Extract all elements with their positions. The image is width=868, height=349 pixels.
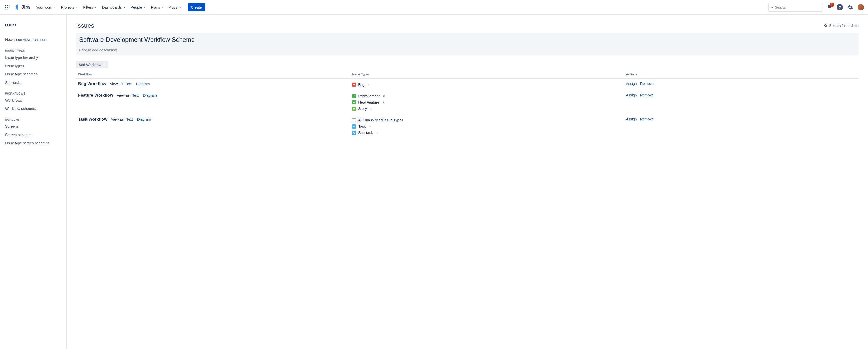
remove-link[interactable]: Remove: [640, 93, 654, 97]
sidebar-link-screens[interactable]: Screens: [2, 122, 64, 131]
gear-icon: [847, 4, 853, 10]
admin-search-link[interactable]: Search Jira admin: [824, 24, 859, 28]
nav-item-label: Filters: [83, 5, 93, 9]
nav-item-label: Apps: [169, 5, 178, 9]
nav-item-label: People: [131, 5, 142, 9]
svg-point-11: [825, 24, 827, 26]
nav-item-label: Your work: [36, 5, 52, 9]
issue-type-label: Story: [358, 106, 367, 111]
issue-type-label: Sub-task: [358, 131, 373, 135]
sidebar-link-sub-tasks[interactable]: Sub-tasks: [2, 78, 64, 87]
sidebar-link-issue-types[interactable]: Issue types: [2, 62, 64, 70]
sidebar-link-workflow-schemes[interactable]: Workflow schemes: [2, 104, 64, 113]
svg-point-2: [9, 5, 9, 6]
task-icon: [352, 124, 356, 129]
scheme-description[interactable]: Click to add description: [76, 46, 859, 55]
col-actions: Actions: [624, 70, 859, 78]
workflow-name: Bug Workflow: [78, 82, 106, 86]
jira-logo[interactable]: Jira: [12, 3, 32, 11]
svg-point-7: [7, 9, 7, 9]
assign-link[interactable]: Assign: [626, 82, 637, 86]
remove-issue-type-icon[interactable]: ×: [367, 83, 371, 87]
nav-item-projects[interactable]: Projects: [59, 3, 81, 11]
chevron-down-icon: [94, 6, 97, 9]
view-diagram-link[interactable]: Diagram: [143, 93, 157, 97]
add-workflow-button[interactable]: Add Workflow: [76, 61, 108, 68]
sidebar-link-screen-schemes[interactable]: Screen schemes: [2, 131, 64, 139]
svg-line-10: [772, 7, 773, 8]
svg-point-9: [771, 6, 773, 8]
sidebar-group-label: ISSUE TYPES: [2, 44, 64, 53]
issue-type-label: Improvement: [358, 94, 380, 98]
newfeature-icon: [352, 100, 356, 104]
issue-type-row: Story×: [352, 105, 622, 112]
nav-item-label: Plans: [151, 5, 160, 9]
table-row: Task WorkflowView as:TextDiagramAll Unas…: [76, 115, 859, 138]
global-search[interactable]: [768, 3, 823, 12]
svg-point-6: [5, 9, 6, 9]
issue-type-label: Bug: [358, 83, 365, 87]
view-as-label: View as:: [110, 82, 124, 86]
remove-link[interactable]: Remove: [640, 117, 654, 121]
view-text-link[interactable]: Text: [132, 93, 139, 97]
svg-line-12: [827, 26, 827, 27]
improvement-icon: [352, 94, 356, 98]
story-icon: [352, 106, 356, 111]
view-as-label: View as:: [111, 117, 125, 122]
view-diagram-link[interactable]: Diagram: [136, 82, 150, 86]
nav-item-people[interactable]: People: [129, 3, 148, 11]
remove-issue-type-icon[interactable]: ×: [369, 106, 373, 111]
sidebar-title: Issues: [2, 21, 64, 29]
svg-point-4: [7, 7, 7, 7]
nav-item-apps[interactable]: Apps: [167, 3, 184, 11]
nav-item-your-work[interactable]: Your work: [34, 3, 59, 11]
table-row: Bug WorkflowView as:TextDiagramBug×Assig…: [76, 78, 859, 90]
issue-type-label: All Unassigned Issue Types: [358, 118, 403, 122]
notifications-button[interactable]: 2: [825, 3, 834, 11]
issue-type-row: All Unassigned Issue Types: [352, 117, 622, 123]
remove-issue-type-icon[interactable]: ×: [382, 94, 386, 98]
scheme-title[interactable]: Software Development Workflow Scheme: [76, 33, 859, 46]
view-diagram-link[interactable]: Diagram: [137, 117, 151, 122]
issue-type-label: Task: [358, 124, 366, 129]
assign-link[interactable]: Assign: [626, 93, 637, 97]
sidebar-link-new-issue-view-transition[interactable]: New issue view transition: [2, 35, 64, 44]
chevron-down-icon: [161, 6, 164, 9]
sidebar-group-label: SCREENS: [2, 113, 64, 122]
view-text-link[interactable]: Text: [126, 117, 133, 122]
chevron-down-icon: [143, 6, 146, 9]
create-button[interactable]: Create: [188, 3, 205, 11]
sidebar-link-issue-type-schemes[interactable]: Issue type schemes: [2, 70, 64, 78]
svg-rect-15: [354, 133, 355, 134]
sidebar-link-issue-type-hierarchy[interactable]: Issue type hierarchy: [2, 53, 64, 62]
remove-issue-type-icon[interactable]: ×: [368, 124, 372, 129]
sidebar-link-workflows[interactable]: Workflows: [2, 96, 64, 104]
issue-type-row: Sub-task×: [352, 130, 622, 136]
table-row: Feature WorkflowView as:TextDiagramImpro…: [76, 90, 859, 115]
profile-button[interactable]: [857, 3, 865, 11]
view-as-label: View as:: [117, 93, 131, 97]
remove-link[interactable]: Remove: [640, 82, 654, 86]
svg-point-1: [7, 5, 7, 6]
settings-button[interactable]: [846, 3, 855, 11]
nav-item-plans[interactable]: Plans: [149, 3, 166, 11]
remove-issue-type-icon[interactable]: ×: [381, 100, 385, 104]
issue-type-row: Task×: [352, 123, 622, 130]
search-icon: [771, 5, 773, 9]
chevron-down-icon: [103, 63, 106, 66]
svg-point-8: [9, 9, 9, 9]
sidebar-link-issue-type-screen-schemes[interactable]: Issue type screen schemes: [2, 139, 64, 147]
view-text-link[interactable]: Text: [125, 82, 132, 86]
nav-item-filters[interactable]: Filters: [81, 3, 99, 11]
assign-link[interactable]: Assign: [626, 117, 637, 121]
issue-type-row: New Feature×: [352, 99, 622, 105]
search-icon: [824, 24, 828, 27]
col-issue-types: Issue Types: [350, 70, 624, 78]
app-switcher-icon[interactable]: [3, 3, 11, 11]
help-button[interactable]: ?: [836, 3, 844, 11]
search-input[interactable]: [775, 5, 820, 9]
svg-point-3: [5, 7, 6, 7]
remove-issue-type-icon[interactable]: ×: [375, 131, 379, 135]
nav-item-dashboards[interactable]: Dashboards: [100, 3, 128, 11]
issue-type-row: Bug×: [352, 82, 622, 88]
